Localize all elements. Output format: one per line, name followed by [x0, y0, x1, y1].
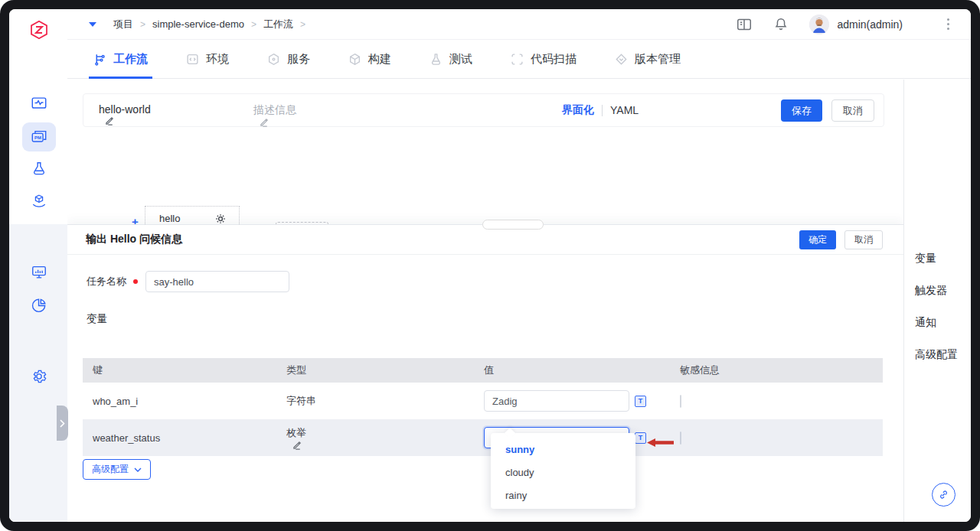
confirm-button[interactable]: 确定 — [799, 230, 836, 249]
cancel-button[interactable]: 取消 — [831, 99, 874, 122]
nav-delivery[interactable] — [22, 187, 56, 216]
tab-tests[interactable]: 测试 — [430, 41, 472, 79]
share-link-button[interactable] — [932, 483, 956, 507]
breadcrumb-projects[interactable]: 项目 — [113, 18, 133, 31]
variable-insert-icon[interactable]: T — [635, 396, 646, 407]
nav-settings[interactable] — [22, 362, 56, 391]
project-tabbar: 工作流 环境 服务 构建 测试 代码扫描 — [67, 41, 971, 79]
zadig-app: Start + hello say-hello + 任务 + 阶段 End — [9, 9, 971, 522]
col-header-sensitive: 敏感信息 — [680, 363, 883, 377]
col-header-type: 类型 — [286, 363, 484, 377]
chevron-down-icon — [134, 467, 142, 472]
var-key: who_am_i — [83, 396, 286, 407]
toggle-divider — [602, 105, 603, 116]
breadcrumb-workflows[interactable]: 工作流 — [263, 18, 293, 31]
nav-data-statistics[interactable] — [22, 291, 56, 320]
sensitive-checkbox[interactable] — [680, 395, 681, 408]
drawer-cancel-button[interactable]: 取消 — [844, 230, 883, 249]
tab-releases[interactable]: 版本管理 — [615, 41, 681, 79]
dropdown-option-rainy[interactable]: rainy — [491, 484, 635, 507]
tab-builds[interactable]: 构建 — [348, 41, 391, 79]
view-mode-toggle: 界面化 YAML — [562, 103, 639, 117]
version-diamond-icon — [615, 53, 628, 66]
main-nav-sidebar: PM — [9, 9, 67, 522]
variables-section-label: 变量 — [87, 312, 903, 326]
delivery-box-icon — [31, 193, 47, 210]
advanced-config-button[interactable]: 高级配置 — [83, 459, 151, 480]
sidebar-collapse-handle[interactable] — [57, 406, 68, 441]
required-dot — [133, 279, 138, 284]
service-icon — [267, 53, 280, 66]
variable-insert-icon[interactable]: T — [635, 432, 646, 444]
variables-table: 键 类型 值 敏感信息 who_am_i 字符串 T weather_statu… — [83, 358, 883, 456]
workflow-description-placeholder[interactable]: 描述信息 — [253, 103, 296, 127]
tab-label: 代码扫描 — [531, 52, 577, 67]
username[interactable]: admin(admin) — [837, 18, 903, 31]
tab-label: 构建 — [368, 52, 391, 67]
avatar[interactable] — [809, 15, 829, 34]
topbar: 项目 > simple-service-demo > 工作流 > admin(a… — [67, 9, 971, 40]
task-name-input[interactable] — [145, 271, 289, 292]
var-type: 枚举 — [286, 426, 484, 450]
enum-options-dropdown: sunny cloudy rainy — [491, 433, 635, 509]
edit-name-pencil-icon[interactable] — [99, 116, 151, 125]
dropdown-option-cloudy[interactable]: cloudy — [491, 461, 635, 484]
tab-label: 环境 — [206, 52, 229, 67]
sidebar-item-advanced[interactable]: 高级配置 — [904, 339, 971, 371]
stage-settings-gear-icon[interactable] — [215, 213, 226, 224]
projects-pm-icon: PM — [31, 129, 47, 145]
nav-projects-pm[interactable]: PM — [22, 122, 56, 151]
save-button[interactable]: 保存 — [781, 99, 822, 122]
project-switcher-caret-icon[interactable] — [89, 22, 96, 27]
drawer-header: 输出 Hello 问候信息 确定 取消 — [67, 225, 903, 255]
table-row: weather_status 枚举 sunny T — [83, 419, 883, 456]
red-annotation-arrow — [647, 437, 674, 448]
tab-workflows[interactable]: 工作流 — [93, 41, 148, 79]
test-flask-icon — [430, 53, 443, 66]
docs-book-icon[interactable] — [736, 16, 753, 33]
dropdown-option-sunny[interactable]: sunny — [491, 438, 635, 461]
link-icon — [938, 489, 949, 500]
edit-description-pencil-icon[interactable] — [253, 117, 296, 127]
var-key: weather_status — [83, 432, 286, 444]
task-name-row: 任务名称 — [87, 271, 903, 292]
kebab-menu-icon[interactable] — [947, 18, 949, 30]
tab-services[interactable]: 服务 — [267, 41, 310, 79]
sensitive-checkbox[interactable] — [680, 432, 681, 445]
tab-code-scan[interactable]: 代码扫描 — [511, 41, 577, 79]
task-config-drawer: 输出 Hello 问候信息 确定 取消 任务名称 变量 键 类型 值 敏感信息 — [67, 224, 903, 522]
drawer-title: 输出 Hello 问候信息 — [86, 233, 182, 246]
bell-icon[interactable] — [773, 16, 789, 33]
breadcrumb-separator: > — [251, 19, 256, 30]
nav-insight[interactable] — [22, 258, 56, 287]
col-header-key: 键 — [83, 363, 286, 377]
sidebar-item-notifications[interactable]: 通知 — [904, 307, 971, 339]
nav-quality[interactable] — [22, 155, 56, 184]
table-row: who_am_i 字符串 T — [83, 383, 883, 419]
edit-enum-pencil-icon[interactable] — [286, 440, 484, 450]
breadcrumb-project-name[interactable]: simple-service-demo — [152, 18, 244, 30]
task-name-label: 任务名称 — [87, 275, 126, 288]
build-icon — [348, 53, 361, 66]
workflow-icon — [93, 53, 106, 66]
var-value-input[interactable] — [484, 390, 629, 412]
tab-label: 工作流 — [113, 52, 148, 67]
sidebar-item-triggers[interactable]: 触发器 — [904, 275, 971, 307]
activity-monitor-icon — [31, 95, 47, 112]
browser-window-frame: Start + hello say-hello + 任务 + 阶段 End — [0, 0, 980, 531]
table-header-row: 键 类型 值 敏感信息 — [83, 358, 883, 383]
tab-environments[interactable]: 环境 — [186, 41, 229, 79]
view-mode-ui[interactable]: 界面化 — [562, 103, 594, 117]
test-flask-icon — [31, 161, 47, 178]
view-mode-yaml[interactable]: YAML — [610, 104, 639, 116]
environment-icon — [186, 53, 199, 66]
scan-frame-icon — [511, 53, 524, 66]
breadcrumb-separator: > — [140, 19, 145, 30]
advanced-config-label: 高级配置 — [92, 463, 129, 476]
zadig-logo[interactable] — [29, 20, 49, 40]
data-pie-icon — [31, 297, 47, 314]
stage-name: hello — [159, 213, 180, 224]
sidebar-item-variables[interactable]: 变量 — [904, 243, 971, 275]
nav-activity-monitor[interactable] — [22, 89, 56, 118]
drawer-drag-handle[interactable] — [482, 220, 544, 230]
